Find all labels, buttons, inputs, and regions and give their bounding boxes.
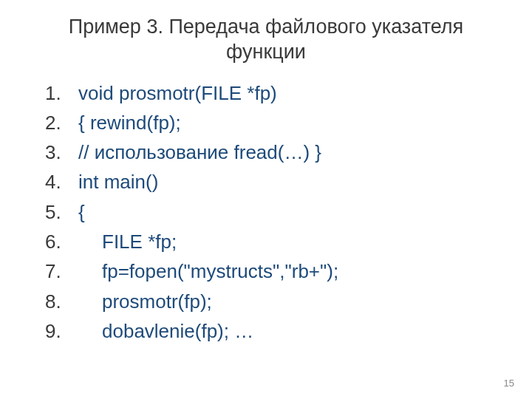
code-text: prosmotr(fp); xyxy=(102,290,212,313)
code-line: prosmotr(fp); xyxy=(66,287,502,316)
code-text: // использование fread(…) } xyxy=(78,141,321,163)
code-line: { rewind(fp); xyxy=(66,108,502,137)
code-line: int main() xyxy=(66,167,502,197)
code-text: { rewind(fp); xyxy=(78,112,181,134)
code-text: fp=fopen("mystructs","rb+"); xyxy=(102,260,338,282)
code-text: dobavlenie(fp); … xyxy=(102,320,253,342)
slide-title: Пример 3. Передача файлового указателя ф… xyxy=(30,15,502,65)
code-line: { xyxy=(66,197,502,227)
page-number: 15 xyxy=(504,378,514,389)
code-line: fp=fopen("mystructs","rb+"); xyxy=(66,256,502,286)
code-line: // использование fread(…) } xyxy=(66,137,502,167)
slide: Пример 3. Передача файлового указателя ф… xyxy=(0,0,532,399)
code-listing: void prosmotr(FILE *fp) { rewind(fp); //… xyxy=(30,78,502,347)
code-text: { xyxy=(78,201,85,223)
code-line: dobavlenie(fp); … xyxy=(66,316,502,346)
code-text: FILE *fp; xyxy=(102,231,177,253)
code-text: int main() xyxy=(78,171,158,193)
code-text: void prosmotr(FILE *fp) xyxy=(78,82,277,104)
code-line: void prosmotr(FILE *fp) xyxy=(66,78,502,108)
code-line: FILE *fp; xyxy=(66,227,502,256)
